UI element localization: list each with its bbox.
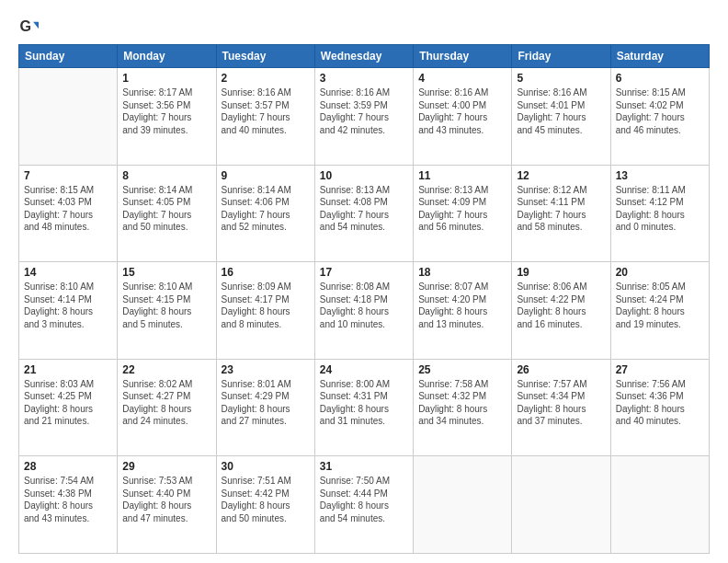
day-number: 17 [320,266,408,279]
sunrise-text: Sunrise: 8:00 AM [320,378,408,391]
day-number: 23 [222,363,310,376]
daylight-line2: and 3 minutes. [24,318,112,331]
sunrise-text: Sunrise: 8:13 AM [320,184,408,197]
day-cell: 4Sunrise: 8:16 AMSunset: 4:00 PMDaylight… [414,68,512,166]
day-cell [414,456,512,554]
sunset-text: Sunset: 4:14 PM [24,293,112,306]
week-row-1: 7Sunrise: 8:15 AMSunset: 4:03 PMDaylight… [19,165,710,262]
day-cell: 7Sunrise: 8:15 AMSunset: 4:03 PMDaylight… [19,165,118,262]
daylight-line1: Daylight: 7 hours [320,111,408,124]
daylight-line2: and 5 minutes. [122,318,210,331]
daylight-line1: Daylight: 8 hours [517,305,605,318]
daylight-line2: and 37 minutes. [517,415,605,428]
day-number: 30 [222,460,310,473]
day-number: 6 [616,72,704,85]
day-number: 31 [320,460,408,473]
daylight-line2: and 0 minutes. [616,221,704,234]
daylight-line1: Daylight: 8 hours [24,305,112,318]
daylight-line1: Daylight: 8 hours [616,403,704,416]
week-row-2: 14Sunrise: 8:10 AMSunset: 4:14 PMDayligh… [19,262,710,360]
sunset-text: Sunset: 4:18 PM [320,293,408,306]
day-number: 5 [517,72,605,85]
day-number: 2 [222,72,310,85]
day-cell [512,456,610,554]
day-info: Sunrise: 8:16 AMSunset: 4:01 PMDaylight:… [517,86,605,136]
day-cell: 25Sunrise: 7:58 AMSunset: 4:32 PMDayligh… [414,359,512,456]
day-cell: 24Sunrise: 8:00 AMSunset: 4:31 PMDayligh… [314,359,413,456]
day-info: Sunrise: 8:10 AMSunset: 4:15 PMDaylight:… [122,281,210,330]
sunrise-text: Sunrise: 8:02 AM [122,378,210,391]
day-number: 7 [24,169,112,182]
header-cell-friday: Friday [512,45,610,68]
sunset-text: Sunset: 4:15 PM [122,293,210,306]
week-row-0: 1Sunrise: 8:17 AMSunset: 3:56 PMDaylight… [19,68,710,166]
sunrise-text: Sunrise: 8:15 AM [616,86,704,99]
daylight-line2: and 58 minutes. [517,221,605,234]
day-info: Sunrise: 8:13 AMSunset: 4:09 PMDaylight:… [418,184,506,234]
day-info: Sunrise: 8:07 AMSunset: 4:20 PMDaylight:… [418,281,506,330]
daylight-line2: and 13 minutes. [418,318,506,331]
day-number: 28 [24,460,112,473]
daylight-line2: and 54 minutes. [320,512,408,525]
daylight-line2: and 40 minutes. [222,124,310,137]
sunrise-text: Sunrise: 8:09 AM [222,281,310,293]
day-number: 15 [122,266,210,279]
day-number: 1 [122,72,210,85]
sunrise-text: Sunrise: 8:11 AM [616,184,704,197]
sunset-text: Sunset: 4:24 PM [616,293,704,306]
sunrise-text: Sunrise: 8:10 AM [24,281,112,293]
sunset-text: Sunset: 4:06 PM [222,196,310,209]
day-cell [610,456,709,554]
daylight-line2: and 52 minutes. [222,221,310,234]
day-number: 9 [222,169,310,182]
day-number: 25 [418,363,506,376]
header-row: SundayMondayTuesdayWednesdayThursdayFrid… [19,45,710,68]
sunrise-text: Sunrise: 7:57 AM [517,378,605,391]
day-number: 19 [517,266,605,279]
sunrise-text: Sunrise: 8:14 AM [122,184,210,197]
day-number: 26 [517,363,605,376]
day-info: Sunrise: 8:00 AMSunset: 4:31 PMDaylight:… [320,378,408,428]
daylight-line1: Daylight: 8 hours [122,305,210,318]
sunset-text: Sunset: 4:44 PM [320,488,408,500]
daylight-line1: Daylight: 8 hours [418,403,506,416]
day-number: 18 [418,266,506,279]
sunset-text: Sunset: 4:09 PM [418,196,506,209]
sunrise-text: Sunrise: 8:05 AM [616,281,704,293]
day-cell: 29Sunrise: 7:53 AMSunset: 4:40 PMDayligh… [118,456,216,554]
daylight-line1: Daylight: 8 hours [616,305,704,318]
daylight-line1: Daylight: 8 hours [418,305,506,318]
sunrise-text: Sunrise: 8:06 AM [517,281,605,293]
sunrise-text: Sunrise: 8:12 AM [517,184,605,197]
page: G SundayMondayTuesdayWednesdayThursdayFr… [0,0,728,563]
sunset-text: Sunset: 4:22 PM [517,293,605,306]
sunset-text: Sunset: 4:12 PM [616,196,704,209]
day-info: Sunrise: 7:51 AMSunset: 4:42 PMDaylight:… [222,475,310,524]
sunrise-text: Sunrise: 7:56 AM [616,378,704,391]
day-info: Sunrise: 7:50 AMSunset: 4:44 PMDaylight:… [320,475,408,524]
daylight-line2: and 46 minutes. [616,124,704,137]
sunset-text: Sunset: 4:17 PM [222,293,310,306]
day-cell: 19Sunrise: 8:06 AMSunset: 4:22 PMDayligh… [512,262,610,360]
day-cell: 2Sunrise: 8:16 AMSunset: 3:57 PMDaylight… [216,68,314,166]
header-cell-thursday: Thursday [414,45,512,68]
day-info: Sunrise: 7:53 AMSunset: 4:40 PMDaylight:… [122,475,210,524]
daylight-line1: Daylight: 8 hours [517,403,605,416]
day-cell: 15Sunrise: 8:10 AMSunset: 4:15 PMDayligh… [118,262,216,360]
day-number: 13 [616,169,704,182]
day-cell: 6Sunrise: 8:15 AMSunset: 4:02 PMDaylight… [610,68,709,166]
day-number: 11 [418,169,506,182]
sunrise-text: Sunrise: 8:07 AM [418,281,506,293]
daylight-line2: and 10 minutes. [320,318,408,331]
day-info: Sunrise: 8:08 AMSunset: 4:18 PMDaylight:… [320,281,408,330]
day-number: 10 [320,169,408,182]
day-info: Sunrise: 8:14 AMSunset: 4:06 PMDaylight:… [222,184,310,234]
day-number: 22 [122,363,210,376]
calendar-header: SundayMondayTuesdayWednesdayThursdayFrid… [19,45,710,68]
daylight-line2: and 50 minutes. [122,221,210,234]
day-info: Sunrise: 8:02 AMSunset: 4:27 PMDaylight:… [122,378,210,428]
sunrise-text: Sunrise: 8:17 AM [122,86,210,99]
sunrise-text: Sunrise: 8:15 AM [24,184,112,197]
daylight-line2: and 40 minutes. [616,415,704,428]
sunrise-text: Sunrise: 8:13 AM [418,184,506,197]
